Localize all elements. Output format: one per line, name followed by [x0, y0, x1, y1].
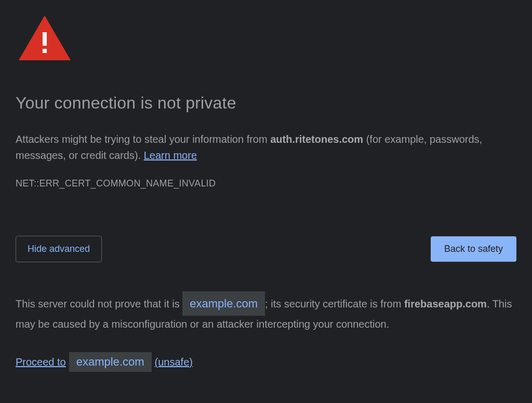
back-to-safety-button[interactable]: Back to safety [431, 236, 516, 262]
description-domain: auth.ritetones.com [270, 133, 363, 145]
button-row: Hide advanced Back to safety [16, 236, 516, 262]
warning-triangle-icon [19, 16, 516, 62]
details-part1: This server could not prove that it is [16, 298, 182, 310]
description-prefix: Attackers might be trying to steal your … [16, 133, 270, 145]
proceed-row: Proceed to example.com (unsafe) [16, 352, 516, 372]
warning-description: Attackers might be trying to steal your … [16, 131, 516, 164]
redacted-domain-2: example.com [69, 352, 152, 372]
proceed-link-suffix[interactable]: (unsafe) [155, 356, 193, 368]
hide-advanced-button[interactable]: Hide advanced [16, 236, 102, 262]
svg-rect-2 [43, 49, 47, 53]
page-title: Your connection is not private [16, 93, 516, 113]
proceed-link-prefix[interactable]: Proceed to [16, 356, 66, 368]
certificate-details: This server could not prove that it is e… [16, 291, 516, 332]
details-part2: ; its security certificate is from [265, 298, 404, 310]
redacted-domain-1: example.com [182, 291, 265, 316]
error-code: NET::ERR_CERT_COMMON_NAME_INVALID [16, 178, 516, 189]
cert-domain: firebaseapp.com [404, 298, 487, 310]
learn-more-link[interactable]: Learn more [144, 150, 197, 161]
svg-rect-1 [43, 32, 47, 46]
